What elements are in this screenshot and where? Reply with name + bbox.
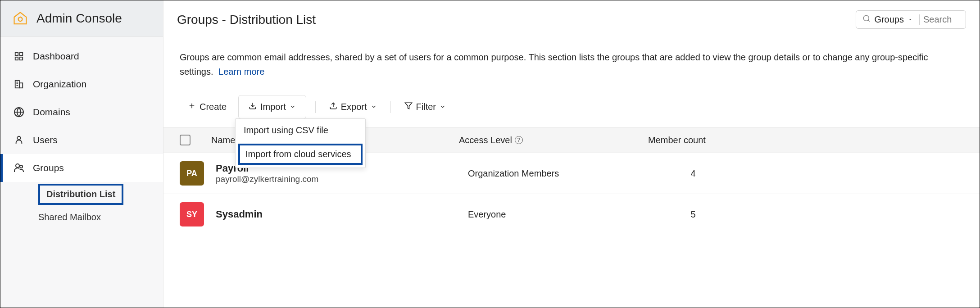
svg-line-16: [868, 20, 870, 21]
import-button[interactable]: Import: [240, 97, 304, 117]
avatar: SY: [180, 202, 204, 226]
caret-down-icon: [907, 15, 913, 24]
sidebar-item-label: Users: [33, 135, 58, 145]
sidebar-item-label: Dashboard: [33, 51, 79, 62]
create-button[interactable]: Create: [180, 97, 235, 117]
search-area: Groups: [856, 10, 966, 29]
column-access: Access Level ?: [459, 135, 648, 145]
page-title: Groups - Distribution List: [177, 13, 316, 27]
svg-point-15: [864, 15, 869, 21]
search-scope-dropdown[interactable]: Groups: [862, 14, 920, 25]
sidebar-item-groups[interactable]: Groups: [0, 154, 163, 182]
sidebar-item-label: Groups: [33, 163, 64, 173]
toolbar: Create Import Import using CSV file: [163, 82, 980, 127]
sidebar-item-label: Organization: [33, 79, 86, 90]
home-gear-icon: [12, 10, 28, 27]
export-label: Export: [341, 102, 367, 112]
svg-point-13: [16, 164, 19, 168]
svg-point-12: [17, 136, 20, 140]
download-icon: [249, 102, 257, 112]
upload-icon: [329, 102, 337, 112]
help-icon[interactable]: ?: [515, 136, 523, 144]
search-scope-label: Groups: [874, 14, 904, 25]
svg-point-14: [20, 165, 23, 168]
dropdown-item-label: Import using CSV file: [244, 125, 328, 135]
svg-rect-3: [15, 57, 18, 60]
svg-rect-6: [19, 83, 23, 88]
main-header: Groups - Distribution List Groups: [163, 0, 980, 39]
filter-label: Filter: [416, 102, 436, 112]
description-block: Groups are common email addresses, share…: [163, 39, 980, 82]
row-count-cell: 4: [657, 168, 729, 179]
search-input[interactable]: [923, 14, 959, 25]
app-title: Admin Console: [36, 11, 122, 26]
group-email: payroll@zylkertraining.com: [216, 174, 468, 184]
globe-icon: [13, 106, 25, 118]
svg-rect-1: [15, 53, 18, 55]
toolbar-divider: [390, 101, 391, 113]
svg-rect-2: [20, 53, 23, 55]
users-icon: [13, 162, 25, 174]
export-button[interactable]: Export: [321, 97, 385, 117]
row-access-cell: Everyone: [468, 209, 657, 220]
import-dropdown-wrapper: Import Import using CSV file Import from…: [238, 95, 306, 119]
filter-button[interactable]: Filter: [396, 97, 454, 117]
learn-more-link[interactable]: Learn more: [218, 67, 264, 77]
import-cloud-item[interactable]: Import from cloud services: [238, 144, 363, 165]
description-text: Groups are common email addresses, share…: [180, 52, 928, 77]
row-access-cell: Organization Members: [468, 168, 657, 179]
create-label: Create: [200, 102, 227, 112]
column-members: Member count: [648, 135, 706, 145]
sidebar-item-dashboard[interactable]: Dashboard: [0, 42, 163, 70]
import-label: Import: [260, 102, 286, 112]
select-all-checkbox[interactable]: [180, 135, 191, 145]
sidebar-sub-distribution-list[interactable]: Distribution List: [38, 184, 123, 205]
chevron-down-icon: [290, 102, 296, 112]
plus-icon: [188, 102, 196, 112]
column-access-label: Access Level: [459, 135, 512, 145]
sidebar-item-users[interactable]: Users: [0, 126, 163, 154]
sidebar-sub-label: Distribution List: [46, 189, 115, 199]
grid-icon: [13, 50, 25, 62]
row-name-cell: Sysadmin: [216, 208, 468, 220]
building-icon: [13, 78, 25, 90]
main-content: Groups - Distribution List Groups Groups…: [163, 0, 980, 308]
sidebar-sub-shared-mailbox[interactable]: Shared Mailbox: [38, 207, 163, 228]
search-icon: [862, 14, 871, 25]
user-icon: [13, 134, 25, 146]
sidebar-nav: Dashboard Organization Domains Users: [0, 37, 163, 228]
sidebar: Admin Console Dashboard Organization Dom…: [0, 0, 163, 308]
chevron-down-icon: [440, 102, 446, 112]
svg-marker-21: [405, 103, 412, 109]
sidebar-item-organization[interactable]: Organization: [0, 70, 163, 98]
avatar: PA: [180, 161, 204, 186]
sidebar-submenu: Distribution List Shared Mailbox: [0, 182, 163, 228]
svg-rect-4: [20, 57, 23, 60]
toolbar-divider: [315, 101, 316, 113]
import-dropdown-menu: Import using CSV file Import from cloud …: [235, 118, 366, 168]
row-count-cell: 5: [657, 209, 729, 220]
chevron-down-icon: [371, 102, 377, 112]
dropdown-item-label: Import from cloud services: [245, 149, 351, 159]
sidebar-item-domains[interactable]: Domains: [0, 98, 163, 126]
filter-icon: [404, 102, 413, 112]
sidebar-header: Admin Console: [0, 0, 163, 37]
table-row[interactable]: SY Sysadmin Everyone 5: [163, 194, 980, 226]
import-csv-item[interactable]: Import using CSV file: [236, 119, 365, 142]
sidebar-sub-label: Shared Mailbox: [38, 212, 101, 222]
group-name: Sysadmin: [216, 208, 468, 220]
sidebar-item-label: Domains: [33, 107, 70, 118]
